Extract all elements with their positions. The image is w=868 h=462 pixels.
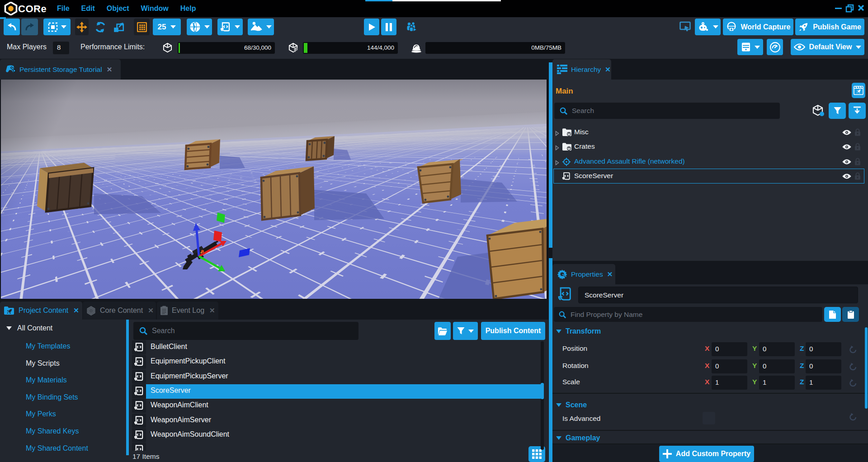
- svg-text:CORe: CORe: [18, 3, 47, 14]
